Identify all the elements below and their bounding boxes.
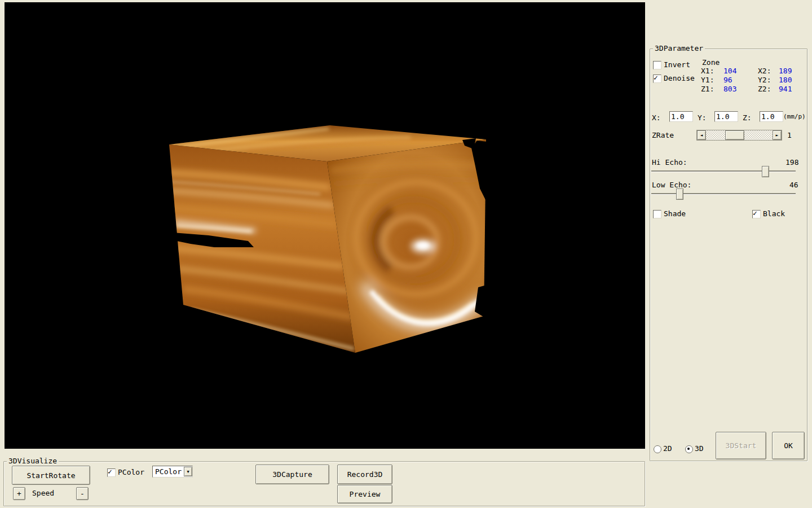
arrow-right-icon: ► [776,133,779,138]
zone-y2-label: Y2: [758,76,771,84]
low-echo-label: Low Echo: [652,181,691,189]
scale-unit-label: (mm/p) [783,112,806,121]
chevron-down-icon[interactable]: ▼ [184,467,192,476]
mode-2d-radio[interactable] [654,445,661,453]
arrow-left-icon: ◄ [700,133,703,138]
low-echo-value: 46 [789,181,798,189]
zone-x2-label: X2: [758,67,771,75]
zone-x1-value: 104 [723,67,736,75]
zrate-label: ZRate [652,131,674,139]
scale-x-label: X: [652,113,661,122]
zone-x2-value: 189 [779,67,792,75]
3d-viewport[interactable] [5,2,645,449]
invert-checkbox[interactable] [653,61,661,69]
zone-x1-label: X1: [701,67,714,75]
zone-title: Zone [702,58,720,67]
pcolor-dropdown[interactable]: PColor ▼ [152,466,193,478]
hi-echo-slider-track[interactable] [651,170,796,172]
start-rotate-button[interactable]: StartRotate [12,466,90,485]
ultrasound-volume-render [5,2,645,449]
zone-z1-value: 803 [723,85,736,93]
scale-x-input[interactable] [669,111,693,122]
scale-z-input[interactable] [760,111,783,122]
parameter-groupbox: 3DParameter Invert Denoise Zone X1: 104 … [650,49,807,461]
visualize-groupbox-title: 3DVisualize [7,457,59,465]
zrate-value: 1 [787,131,792,139]
scale-y-label: Y: [698,113,707,122]
low-echo-slider-track[interactable] [651,193,796,194]
mode-3d-radio[interactable] [685,445,693,453]
shade-checkbox[interactable] [653,210,661,218]
denoise-label: Denoise [664,74,695,82]
zone-y1-label: Y1: [701,76,714,84]
scale-y-input[interactable] [714,111,738,122]
visualize-groupbox: 3DVisualize StartRotate PColor PColor ▼ … [3,461,645,506]
parameter-groupbox-title: 3DParameter [653,44,705,52]
zrate-scrollbar[interactable]: ◄ ► [696,130,782,141]
zone-y1-value: 96 [723,76,732,84]
scale-z-label: Z: [743,113,752,122]
pcolor-checkbox[interactable] [107,468,116,477]
zrate-scroll-thumb[interactable] [725,130,744,140]
hi-echo-label: Hi Echo: [652,158,687,167]
black-checkbox[interactable] [752,210,761,218]
invert-label: Invert [664,60,690,69]
zrate-scroll-left-button[interactable]: ◄ [697,130,706,140]
mode-3d-label: 3D [695,444,704,453]
speed-label: Speed [32,489,54,497]
mode-2d-label: 2D [663,444,672,453]
ok-button[interactable]: OK [772,432,805,459]
zone-z2-value: 941 [779,85,792,93]
3dcapture-button[interactable]: 3DCapture [255,465,329,484]
low-echo-slider-thumb[interactable] [676,189,683,200]
denoise-checkbox[interactable] [653,75,661,83]
zone-y2-value: 180 [779,76,792,84]
pcolor-dropdown-value: PColor [153,467,184,476]
zone-z1-label: Z1: [701,85,714,93]
pcolor-label: PColor [118,468,144,476]
zone-z2-label: Z2: [758,85,771,93]
speed-plus-button[interactable]: + [13,487,25,500]
shade-label: Shade [664,209,686,218]
zrate-scroll-right-button[interactable]: ► [773,130,782,140]
app-window: 3DParameter Invert Denoise Zone X1: 104 … [0,0,812,508]
hi-echo-slider-thumb[interactable] [762,166,769,177]
hi-echo-value: 198 [785,158,798,167]
3dstart-button[interactable]: 3DStart [716,432,766,459]
black-label: Black [763,209,785,218]
speed-minus-button[interactable]: - [76,487,89,500]
zrate-scroll-track[interactable] [706,130,773,140]
record3d-button[interactable]: Record3D [337,465,392,484]
preview-button[interactable]: Preview [337,485,392,503]
